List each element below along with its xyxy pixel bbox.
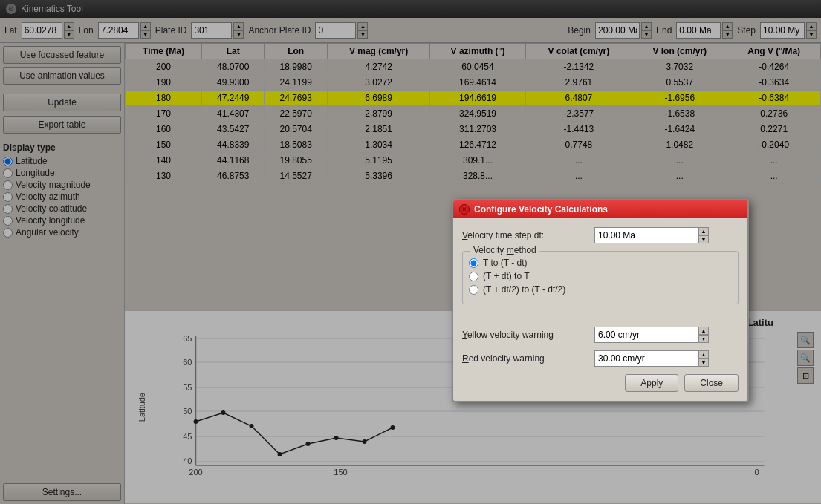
red-warning-input[interactable] (594, 350, 698, 367)
dialog-close-icon[interactable]: ✕ (459, 204, 470, 215)
method-tpdt-to-t-label: (T + dt) to T (483, 271, 530, 281)
velocity-method-legend: Velocity method (470, 245, 539, 255)
dialog-titlebar: ✕ Configure Velocity Calculations (453, 200, 747, 218)
method-symmetric-label: (T + dt/2) to (T - dt/2) (483, 284, 565, 295)
velocity-time-step-label: Velocity time step dt: (462, 230, 588, 240)
yellow-warning-input[interactable] (594, 327, 698, 343)
method-t-to-tdt[interactable]: T to (T - dt) (469, 258, 732, 268)
velocity-time-step-input-group: ▲ ▼ (594, 227, 709, 243)
yellow-warning-row: Yellow velocity warning ▲ ▼ (462, 327, 739, 343)
method-tpdt-to-t[interactable]: (T + dt) to T (469, 271, 732, 281)
yellow-warning-spin-down[interactable]: ▼ (698, 335, 709, 343)
red-warning-spinner[interactable]: ▲ ▼ (698, 350, 709, 367)
method-t-to-tdt-label: T to (T - dt) (483, 258, 528, 268)
red-warning-label: Red velocity warning (462, 353, 588, 364)
velocity-method-section: Velocity method T to (T - dt) (T + dt) t… (462, 251, 739, 304)
yellow-warning-spinner[interactable]: ▲ ▼ (698, 327, 709, 343)
red-warning-input-group: ▲ ▼ (594, 350, 709, 367)
dialog-buttons: Apply Close (462, 374, 739, 392)
configure-velocity-dialog: ✕ Configure Velocity Calculations Veloci… (452, 199, 749, 402)
velocity-time-step-input[interactable] (594, 227, 698, 243)
velocity-time-step-spinner[interactable]: ▲ ▼ (698, 227, 709, 243)
apply-button[interactable]: Apply (625, 374, 678, 392)
dialog-close-button[interactable]: Close (684, 374, 739, 392)
red-warning-spin-down[interactable]: ▼ (698, 359, 709, 367)
method-symmetric[interactable]: (T + dt/2) to (T - dt/2) (469, 284, 732, 295)
yellow-warning-spin-up[interactable]: ▲ (698, 327, 709, 335)
dialog-title: Configure Velocity Calculations (474, 204, 608, 215)
dialog-body: Velocity time step dt: ▲ ▼ Velocity meth… (453, 218, 747, 401)
velocity-time-step-spin-up[interactable]: ▲ (698, 227, 709, 235)
yellow-warning-label: Yellow velocity warning (462, 330, 588, 340)
velocity-time-step-row: Velocity time step dt: ▲ ▼ (462, 227, 739, 243)
modal-overlay: ✕ Configure Velocity Calculations Veloci… (0, 0, 821, 504)
yellow-warning-input-group: ▲ ▼ (594, 327, 709, 343)
red-warning-row: Red velocity warning ▲ ▼ (462, 350, 739, 367)
red-warning-spin-up[interactable]: ▲ (698, 350, 709, 359)
velocity-time-step-spin-down[interactable]: ▼ (698, 235, 709, 243)
